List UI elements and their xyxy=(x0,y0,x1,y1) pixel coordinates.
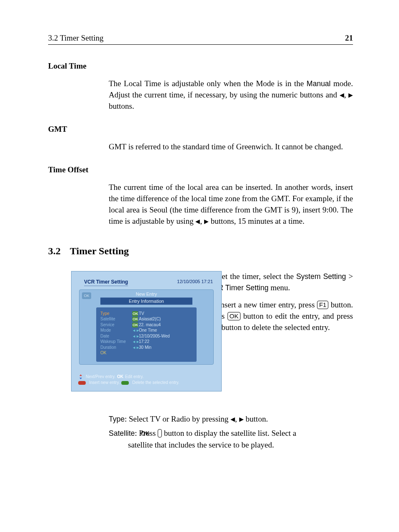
body-local-time: The Local Time is adjustable only when t… xyxy=(109,78,353,112)
entry-row: Service OK22. macau4 xyxy=(100,322,192,328)
keycap-ok: OK xyxy=(228,312,241,320)
time-offset-text-post: buttons, 15 minutes at a time. xyxy=(209,217,304,225)
heading-time-offset: Time Offset xyxy=(48,165,353,174)
left-arrow-icon: ◀ xyxy=(195,217,200,226)
entry-row: Date ◄►12/10/2005-Wed xyxy=(100,333,192,339)
header-page-number: 21 xyxy=(345,33,353,43)
vcr-timer-screenshot: VCR Timer Setting 12/10/2005 17:21 OK Ne… xyxy=(71,271,222,391)
header-rule xyxy=(48,44,353,45)
ok-badge-icon: OK xyxy=(132,311,138,316)
section-number: 3.2 xyxy=(48,246,61,257)
footer-text: Edit entry. xyxy=(125,374,143,380)
entry-label: Type xyxy=(100,311,128,317)
entry-value-wrap: ◄►One Time xyxy=(132,327,157,333)
card-sub: Entry Information xyxy=(100,297,192,305)
def-satellite-term: Satellite xyxy=(109,429,135,437)
entry-value: Asiasat2(C) xyxy=(139,317,161,321)
card-head: New Entry xyxy=(79,290,213,297)
arrows-icon: ◄► xyxy=(132,339,138,344)
footer-text: Insert new entry. xyxy=(89,380,120,386)
keycap-f1: F1 xyxy=(317,301,329,309)
up-down-icon xyxy=(78,374,83,379)
section-title: Timer Setting xyxy=(70,246,129,257)
screenshot-datetime: 12/10/2005 17:21 xyxy=(177,279,213,286)
entry-label: OK xyxy=(100,350,128,356)
entry-value: 30 Min xyxy=(139,345,151,350)
entry-value-wrap: ◄►30 Min xyxy=(132,345,151,350)
entry-label: Service xyxy=(100,322,128,328)
comma: , xyxy=(344,90,348,99)
body-gmt: GMT is referred to the standard time of … xyxy=(109,141,353,153)
comma: , xyxy=(200,217,204,225)
screenshot-footer: Next/Prev entry. OK Edit entry. Insert n… xyxy=(78,374,179,386)
entry-row: Satellite OKAsiasat2(C) xyxy=(100,316,192,322)
heading-gmt: GMT xyxy=(48,125,353,134)
screenshot-card: OK New Entry Entry Information Type OKTV… xyxy=(79,289,214,365)
left-arrow-icon: ◀ xyxy=(230,415,235,424)
local-time-text-post: buttons. xyxy=(109,102,134,110)
green-pill-icon xyxy=(121,381,129,385)
entry-row: Duration ◄►30 Min xyxy=(100,345,192,350)
comma: , xyxy=(235,414,239,423)
timer-para-2: To insert a new timer entry, press F1 bu… xyxy=(208,299,353,333)
def-type: Type: Select TV or Radio by pressing ◀, … xyxy=(109,413,353,425)
entry-value-wrap: ◄►12/10/2005-Wed xyxy=(132,333,170,339)
entry-label: Duration xyxy=(100,345,128,350)
entry-label: Wakeup Time xyxy=(100,339,128,345)
arrows-icon: ◄► xyxy=(132,345,138,350)
def-type-pre: : Select TV or Radio by pressing xyxy=(125,414,230,423)
entry-label: Mode xyxy=(100,327,128,333)
right-arrow-icon: ▶ xyxy=(348,91,353,100)
heading-local-time: Local Time xyxy=(48,61,353,71)
ok-badge-icon: OK xyxy=(132,317,138,322)
def-satellite: Satellite: Press OK button to display th… xyxy=(109,427,353,451)
entry-value: 12/10/2005-Wed xyxy=(139,334,170,338)
timer-setting-text: To set the timer, select the System Sett… xyxy=(208,271,353,339)
entry-value: TV xyxy=(139,311,144,316)
def-sat-mid: button to display the satellite list. Se… xyxy=(162,429,296,437)
arrows-icon: ◄► xyxy=(132,334,138,339)
entry-row: OK xyxy=(100,350,192,356)
p2-pre: To insert a new timer entry, press xyxy=(208,300,317,309)
entry-value: 17:22 xyxy=(139,339,149,344)
keycap-ok: OK xyxy=(158,429,162,437)
screenshot-title: VCR Timer Setting xyxy=(84,279,128,286)
p1-post: menu. xyxy=(269,283,290,292)
header-section-ref: 3.2 Timer Setting xyxy=(48,33,104,43)
right-arrow-icon: ▶ xyxy=(204,217,209,226)
entry-value: One Time xyxy=(139,328,157,332)
ok-badge-icon: OK xyxy=(132,322,138,327)
entry-value-wrap: OKAsiasat2(C) xyxy=(132,316,161,322)
def-type-post: button. xyxy=(244,414,268,423)
right-arrow-icon: ▶ xyxy=(239,415,244,424)
footer-text: Delete the selected entry. xyxy=(132,380,179,386)
p2-post: button to delete the selected entry. xyxy=(220,323,330,332)
p2-mid2: button to edit the entry, and press xyxy=(240,312,353,320)
entry-row: Mode ◄►One Time xyxy=(100,327,192,333)
entry-info-box: Type OKTV Satellite OKAsiasat2(C) Servic… xyxy=(96,307,197,362)
red-pill-icon xyxy=(78,381,86,385)
footer-ok-label: OK xyxy=(117,374,123,380)
local-time-manual: Manual xyxy=(307,79,330,88)
entry-row: Wakeup Time ◄►17:22 xyxy=(100,339,192,345)
footer-line-1: Next/Prev entry. OK Edit entry. xyxy=(78,374,179,380)
arrows-icon: ◄► xyxy=(132,328,138,333)
p1-system-setting: System Setting xyxy=(296,272,346,281)
ok-icon: OK xyxy=(82,292,91,299)
local-time-text-pre: The Local Time is adjustable only when t… xyxy=(109,79,307,88)
footer-line-2: Insert new entry. Delete the selected en… xyxy=(78,380,179,386)
definition-list: Type: Select TV or Radio by pressing ◀, … xyxy=(109,413,353,451)
body-time-offset: The current time of the local area can b… xyxy=(109,182,353,227)
footer-text: Next/Prev entry. xyxy=(86,374,115,380)
entry-value-wrap: OKTV xyxy=(132,311,144,317)
timer-para-1: To set the timer, select the System Sett… xyxy=(208,271,353,294)
entry-value-wrap: ◄►17:22 xyxy=(132,339,149,345)
entry-label: Date xyxy=(100,333,128,339)
entry-label: Satellite xyxy=(100,316,128,322)
def-type-term: Type xyxy=(109,415,125,423)
entry-value-wrap: OK22. macau4 xyxy=(132,322,161,328)
left-arrow-icon: ◀ xyxy=(340,91,344,100)
p1-gt: > xyxy=(346,272,353,281)
def-sat-cont: satellite that includes the service to b… xyxy=(128,439,353,451)
entry-value: 22. macau4 xyxy=(139,322,161,327)
